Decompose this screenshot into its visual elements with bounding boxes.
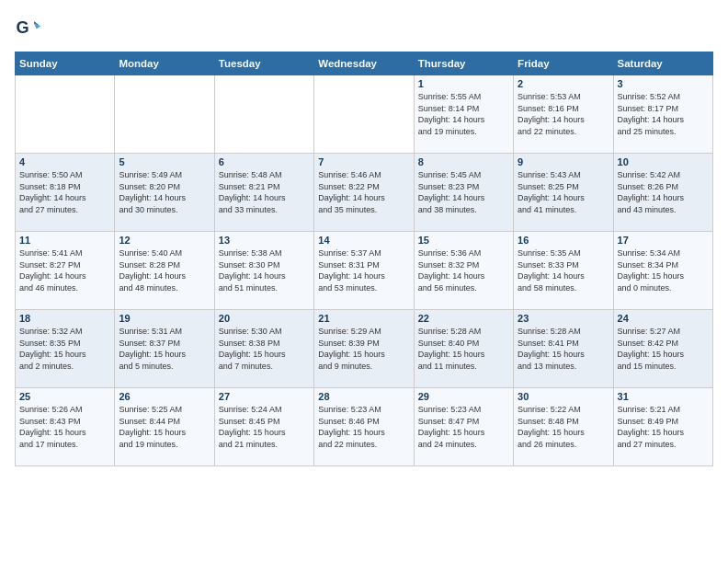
day-info: Sunrise: 5:25 AM Sunset: 8:44 PM Dayligh… [119, 404, 210, 450]
day-number: 28 [318, 391, 409, 402]
day-info: Sunrise: 5:37 AM Sunset: 8:31 PM Dayligh… [318, 247, 409, 293]
day-number: 10 [618, 156, 709, 167]
day-info: Sunrise: 5:36 AM Sunset: 8:32 PM Dayligh… [418, 247, 509, 293]
day-number: 14 [318, 235, 409, 246]
calendar-cell: 2Sunrise: 5:53 AM Sunset: 8:16 PM Daylig… [514, 75, 613, 154]
svg-text:G: G [16, 18, 28, 37]
calendar-cell: 6Sunrise: 5:48 AM Sunset: 8:21 PM Daylig… [214, 154, 313, 232]
day-number: 16 [518, 235, 609, 246]
calendar-week-row: 18Sunrise: 5:32 AM Sunset: 8:35 PM Dayli… [16, 310, 713, 388]
day-number: 8 [418, 156, 509, 167]
page-header: G [15, 15, 713, 40]
calendar-cell: 22Sunrise: 5:28 AM Sunset: 8:40 PM Dayli… [414, 310, 513, 388]
calendar-cell: 4Sunrise: 5:50 AM Sunset: 8:18 PM Daylig… [16, 154, 115, 232]
day-number: 31 [618, 391, 709, 402]
day-number: 13 [219, 235, 310, 246]
day-number: 18 [19, 313, 110, 324]
day-number: 3 [618, 78, 709, 89]
day-info: Sunrise: 5:31 AM Sunset: 8:37 PM Dayligh… [119, 326, 210, 372]
day-number: 25 [19, 391, 110, 402]
weekday-header: Wednesday [314, 52, 414, 75]
calendar-cell [314, 75, 414, 154]
day-number: 17 [618, 235, 709, 246]
day-info: Sunrise: 5:32 AM Sunset: 8:35 PM Dayligh… [19, 326, 110, 372]
calendar-cell: 18Sunrise: 5:32 AM Sunset: 8:35 PM Dayli… [16, 310, 115, 388]
weekday-header: Tuesday [214, 52, 313, 75]
calendar-cell [214, 75, 313, 154]
day-number: 29 [418, 391, 509, 402]
day-number: 21 [318, 313, 409, 324]
day-number: 12 [119, 235, 210, 246]
day-number: 20 [219, 313, 310, 324]
calendar-week-row: 11Sunrise: 5:41 AM Sunset: 8:27 PM Dayli… [16, 232, 713, 310]
day-number: 30 [518, 391, 609, 402]
day-number: 5 [119, 156, 210, 167]
weekday-header-row: SundayMondayTuesdayWednesdayThursdayFrid… [16, 52, 713, 75]
day-info: Sunrise: 5:23 AM Sunset: 8:46 PM Dayligh… [318, 404, 409, 450]
calendar-cell: 21Sunrise: 5:29 AM Sunset: 8:39 PM Dayli… [314, 310, 414, 388]
day-info: Sunrise: 5:28 AM Sunset: 8:40 PM Dayligh… [418, 326, 509, 372]
day-info: Sunrise: 5:43 AM Sunset: 8:25 PM Dayligh… [518, 169, 609, 215]
weekday-header: Thursday [414, 52, 513, 75]
calendar-cell: 20Sunrise: 5:30 AM Sunset: 8:38 PM Dayli… [214, 310, 313, 388]
day-number: 9 [518, 156, 609, 167]
day-number: 6 [219, 156, 310, 167]
calendar-week-row: 1Sunrise: 5:55 AM Sunset: 8:14 PM Daylig… [16, 75, 713, 154]
day-info: Sunrise: 5:52 AM Sunset: 8:17 PM Dayligh… [618, 91, 709, 137]
day-number: 24 [618, 313, 709, 324]
calendar-cell: 12Sunrise: 5:40 AM Sunset: 8:28 PM Dayli… [115, 232, 214, 310]
calendar-cell: 30Sunrise: 5:22 AM Sunset: 8:48 PM Dayli… [514, 388, 613, 466]
weekday-header: Friday [514, 52, 613, 75]
calendar-week-row: 4Sunrise: 5:50 AM Sunset: 8:18 PM Daylig… [16, 154, 713, 232]
calendar-week-row: 25Sunrise: 5:26 AM Sunset: 8:43 PM Dayli… [16, 388, 713, 466]
calendar-cell: 8Sunrise: 5:45 AM Sunset: 8:23 PM Daylig… [414, 154, 513, 232]
day-number: 11 [19, 235, 110, 246]
weekday-header: Saturday [613, 52, 712, 75]
calendar-cell: 24Sunrise: 5:27 AM Sunset: 8:42 PM Dayli… [613, 310, 712, 388]
day-number: 26 [119, 391, 210, 402]
calendar-cell: 31Sunrise: 5:21 AM Sunset: 8:49 PM Dayli… [613, 388, 712, 466]
day-number: 1 [418, 78, 509, 89]
calendar-cell: 11Sunrise: 5:41 AM Sunset: 8:27 PM Dayli… [16, 232, 115, 310]
calendar-cell: 7Sunrise: 5:46 AM Sunset: 8:22 PM Daylig… [314, 154, 414, 232]
calendar-cell: 9Sunrise: 5:43 AM Sunset: 8:25 PM Daylig… [514, 154, 613, 232]
day-number: 15 [418, 235, 509, 246]
day-info: Sunrise: 5:21 AM Sunset: 8:49 PM Dayligh… [618, 404, 709, 450]
day-info: Sunrise: 5:27 AM Sunset: 8:42 PM Dayligh… [618, 326, 709, 372]
logo-icon: G [15, 15, 40, 40]
calendar-cell: 26Sunrise: 5:25 AM Sunset: 8:44 PM Dayli… [115, 388, 214, 466]
weekday-header: Monday [115, 52, 214, 75]
day-info: Sunrise: 5:34 AM Sunset: 8:34 PM Dayligh… [618, 247, 709, 293]
calendar-cell: 5Sunrise: 5:49 AM Sunset: 8:20 PM Daylig… [115, 154, 214, 232]
day-info: Sunrise: 5:23 AM Sunset: 8:47 PM Dayligh… [418, 404, 509, 450]
day-number: 19 [119, 313, 210, 324]
calendar-cell: 16Sunrise: 5:35 AM Sunset: 8:33 PM Dayli… [514, 232, 613, 310]
day-info: Sunrise: 5:46 AM Sunset: 8:22 PM Dayligh… [318, 169, 409, 215]
day-info: Sunrise: 5:30 AM Sunset: 8:38 PM Dayligh… [219, 326, 310, 372]
calendar-cell: 23Sunrise: 5:28 AM Sunset: 8:41 PM Dayli… [514, 310, 613, 388]
day-info: Sunrise: 5:53 AM Sunset: 8:16 PM Dayligh… [518, 91, 609, 137]
calendar-table: SundayMondayTuesdayWednesdayThursdayFrid… [15, 52, 713, 466]
calendar-cell: 29Sunrise: 5:23 AM Sunset: 8:47 PM Dayli… [414, 388, 513, 466]
day-info: Sunrise: 5:38 AM Sunset: 8:30 PM Dayligh… [219, 247, 310, 293]
calendar-cell: 10Sunrise: 5:42 AM Sunset: 8:26 PM Dayli… [613, 154, 712, 232]
calendar-cell [115, 75, 214, 154]
day-number: 27 [219, 391, 310, 402]
day-info: Sunrise: 5:22 AM Sunset: 8:48 PM Dayligh… [518, 404, 609, 450]
calendar-cell: 1Sunrise: 5:55 AM Sunset: 8:14 PM Daylig… [414, 75, 513, 154]
calendar-cell: 14Sunrise: 5:37 AM Sunset: 8:31 PM Dayli… [314, 232, 414, 310]
calendar-cell: 28Sunrise: 5:23 AM Sunset: 8:46 PM Dayli… [314, 388, 414, 466]
logo: G [15, 15, 44, 40]
day-info: Sunrise: 5:41 AM Sunset: 8:27 PM Dayligh… [19, 247, 110, 293]
day-info: Sunrise: 5:24 AM Sunset: 8:45 PM Dayligh… [219, 404, 310, 450]
day-info: Sunrise: 5:48 AM Sunset: 8:21 PM Dayligh… [219, 169, 310, 215]
calendar-cell [16, 75, 115, 154]
day-info: Sunrise: 5:26 AM Sunset: 8:43 PM Dayligh… [19, 404, 110, 450]
calendar-cell: 13Sunrise: 5:38 AM Sunset: 8:30 PM Dayli… [214, 232, 313, 310]
day-number: 2 [518, 78, 609, 89]
day-info: Sunrise: 5:28 AM Sunset: 8:41 PM Dayligh… [518, 326, 609, 372]
day-info: Sunrise: 5:40 AM Sunset: 8:28 PM Dayligh… [119, 247, 210, 293]
day-number: 7 [318, 156, 409, 167]
day-info: Sunrise: 5:49 AM Sunset: 8:20 PM Dayligh… [119, 169, 210, 215]
calendar-cell: 17Sunrise: 5:34 AM Sunset: 8:34 PM Dayli… [613, 232, 712, 310]
